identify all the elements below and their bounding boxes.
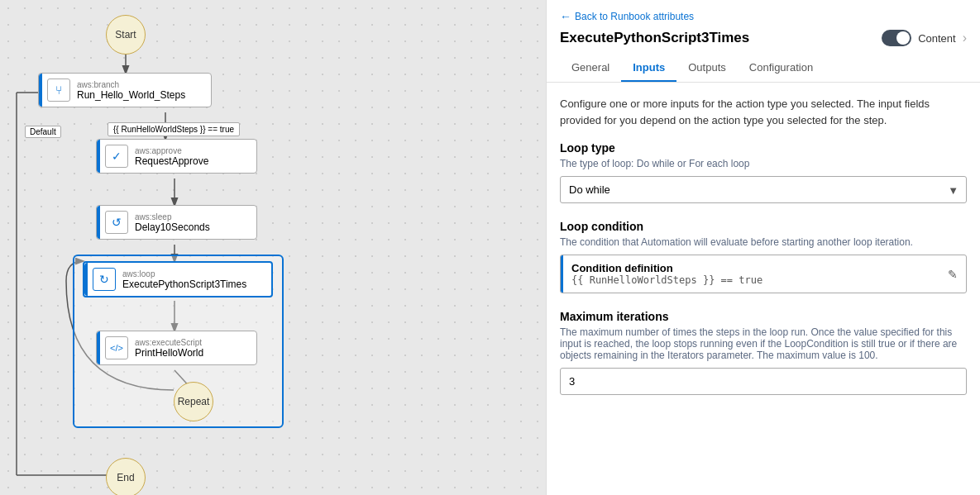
- loop-condition-subtitle: The condition that Automation will evalu…: [560, 236, 967, 248]
- tab-inputs[interactable]: Inputs: [621, 55, 676, 82]
- title-row: ExecutePythonScript3Times Content ›: [560, 30, 967, 46]
- loop-text: aws:loop ExecutePythonScript3Times: [122, 269, 246, 290]
- chevron-right-icon[interactable]: ›: [963, 31, 967, 45]
- inputs-description: Configure one or more inputs for the act…: [560, 96, 967, 128]
- back-link[interactable]: ← Back to Runbook attributes: [560, 10, 967, 23]
- default-label: Default: [25, 126, 61, 138]
- loop-condition-title: Loop condition: [560, 220, 967, 233]
- condition-badge: {{ RunHelloWorldSteps }} == true: [108, 122, 240, 136]
- approve-type: aws:approve: [135, 146, 208, 155]
- end-label: End: [117, 472, 134, 483]
- title-controls: Content ›: [882, 30, 967, 46]
- condition-value: {{ RunHelloWorldSteps }} == true: [571, 274, 939, 286]
- condition-body: Condition definition {{ RunHelloWorldSte…: [563, 255, 948, 293]
- branch-icon: ⑂: [47, 79, 70, 102]
- branch-name: Run_Hello_World_Steps: [77, 89, 185, 101]
- script-name: PrintHelloWorld: [135, 347, 203, 359]
- loop-type-title: Loop type: [560, 141, 967, 155]
- tab-configuration[interactable]: Configuration: [738, 55, 825, 82]
- approve-name: RequestApprove: [135, 155, 208, 167]
- loop-handle: [84, 263, 88, 296]
- sleep-icon: ↺: [105, 211, 128, 234]
- content-label: Content: [918, 32, 956, 45]
- repeat-node[interactable]: Repeat: [174, 382, 213, 421]
- back-link-text: Back to Runbook attributes: [575, 11, 694, 22]
- start-label: Start: [115, 29, 136, 40]
- diagram-panel: Start ⑂ aws:branch Run_Hello_World_Steps…: [0, 0, 546, 495]
- approve-handle: [97, 140, 100, 173]
- right-header: ← Back to Runbook attributes ExecutePyth…: [547, 0, 980, 83]
- condition-box: Condition definition {{ RunHelloWorldSte…: [560, 255, 967, 293]
- sleep-text: aws:sleep Delay10Seconds: [135, 212, 210, 233]
- tab-outputs[interactable]: Outputs: [676, 55, 738, 82]
- loop-icon: ↻: [93, 268, 116, 291]
- branch-handle: [39, 74, 42, 107]
- sleep-type: aws:sleep: [135, 212, 210, 221]
- loop-type: aws:loop: [122, 269, 246, 278]
- content-toggle[interactable]: [882, 30, 911, 46]
- tab-general[interactable]: General: [560, 55, 621, 82]
- approve-text: aws:approve RequestApprove: [135, 146, 208, 167]
- loop-node[interactable]: ↻ aws:loop ExecutePythonScript3Times: [83, 261, 273, 297]
- max-iter-title: Maximum iterations: [560, 310, 967, 323]
- max-iter-input[interactable]: [560, 368, 967, 395]
- tabs-bar: General Inputs Outputs Configuration: [560, 55, 967, 82]
- loop-type-subtitle: The type of loop: Do while or For each l…: [560, 158, 967, 169]
- script-text: aws:executeScript PrintHelloWorld: [135, 338, 203, 359]
- max-iter-subtitle: The maximum number of times the steps in…: [560, 326, 967, 361]
- loop-name: ExecutePythonScript3Times: [122, 278, 246, 290]
- approve-node[interactable]: ✓ aws:approve RequestApprove: [96, 139, 257, 174]
- script-handle: [97, 331, 100, 364]
- sleep-name: Delay10Seconds: [135, 221, 210, 233]
- condition-definition-label: Condition definition: [571, 262, 939, 274]
- right-content: Configure one or more inputs for the act…: [547, 83, 980, 495]
- script-node[interactable]: </> aws:executeScript PrintHelloWorld: [96, 331, 257, 365]
- branch-text: aws:branch Run_Hello_World_Steps: [77, 80, 185, 101]
- loop-type-select-wrapper: Do while For each loop ▼: [560, 176, 967, 203]
- diagram-content: Start ⑂ aws:branch Run_Hello_World_Steps…: [0, 0, 546, 495]
- end-node[interactable]: End: [106, 458, 146, 495]
- script-icon: </>: [105, 336, 128, 359]
- sleep-node[interactable]: ↺ aws:sleep Delay10Seconds: [96, 205, 257, 240]
- condition-inner: Condition definition {{ RunHelloWorldSte…: [561, 255, 966, 293]
- branch-type: aws:branch: [77, 80, 185, 89]
- start-node[interactable]: Start: [106, 15, 146, 55]
- back-arrow-icon: ←: [560, 10, 571, 23]
- right-panel: ← Back to Runbook attributes ExecutePyth…: [546, 0, 980, 495]
- script-type: aws:executeScript: [135, 338, 203, 347]
- repeat-label: Repeat: [178, 396, 210, 407]
- branch-node[interactable]: ⑂ aws:branch Run_Hello_World_Steps: [38, 73, 212, 107]
- loop-type-select[interactable]: Do while For each loop: [560, 176, 967, 203]
- approve-icon: ✓: [105, 145, 128, 168]
- edit-icon[interactable]: ✎: [948, 261, 966, 288]
- sleep-handle: [97, 206, 100, 239]
- step-title: ExecutePythonScript3Times: [560, 30, 749, 46]
